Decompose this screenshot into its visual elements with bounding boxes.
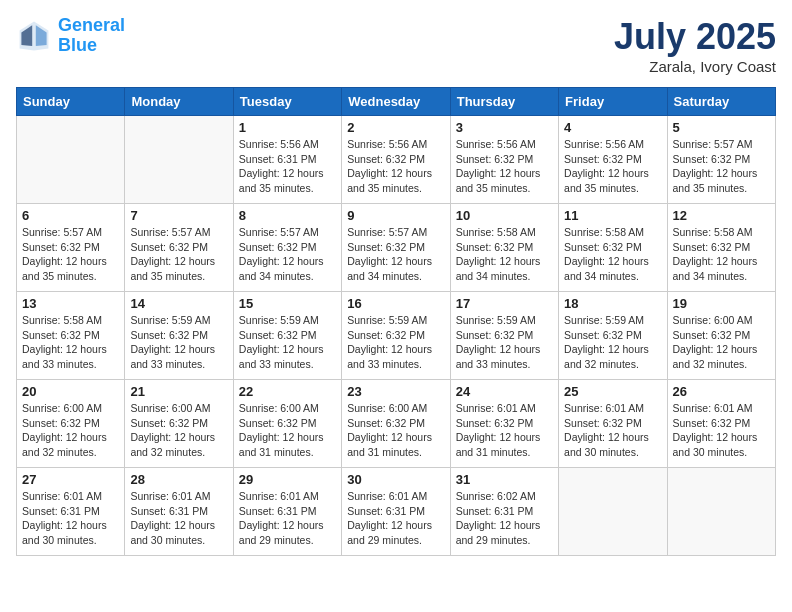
day-number: 15	[239, 296, 336, 311]
day-number: 1	[239, 120, 336, 135]
day-number: 31	[456, 472, 553, 487]
calendar-cell: 17Sunrise: 5:59 AM Sunset: 6:32 PM Dayli…	[450, 292, 558, 380]
day-info: Sunrise: 6:00 AM Sunset: 6:32 PM Dayligh…	[22, 401, 119, 460]
calendar-cell: 16Sunrise: 5:59 AM Sunset: 6:32 PM Dayli…	[342, 292, 450, 380]
day-info: Sunrise: 5:58 AM Sunset: 6:32 PM Dayligh…	[564, 225, 661, 284]
calendar-cell: 7Sunrise: 5:57 AM Sunset: 6:32 PM Daylig…	[125, 204, 233, 292]
day-info: Sunrise: 6:00 AM Sunset: 6:32 PM Dayligh…	[239, 401, 336, 460]
day-info: Sunrise: 6:01 AM Sunset: 6:32 PM Dayligh…	[673, 401, 770, 460]
day-number: 28	[130, 472, 227, 487]
day-info: Sunrise: 6:01 AM Sunset: 6:32 PM Dayligh…	[564, 401, 661, 460]
logo-icon	[16, 18, 52, 54]
calendar-cell: 12Sunrise: 5:58 AM Sunset: 6:32 PM Dayli…	[667, 204, 775, 292]
day-number: 5	[673, 120, 770, 135]
day-info: Sunrise: 5:59 AM Sunset: 6:32 PM Dayligh…	[239, 313, 336, 372]
day-info: Sunrise: 6:00 AM Sunset: 6:32 PM Dayligh…	[130, 401, 227, 460]
calendar-cell: 6Sunrise: 5:57 AM Sunset: 6:32 PM Daylig…	[17, 204, 125, 292]
day-number: 4	[564, 120, 661, 135]
day-info: Sunrise: 6:01 AM Sunset: 6:32 PM Dayligh…	[456, 401, 553, 460]
day-info: Sunrise: 5:56 AM Sunset: 6:32 PM Dayligh…	[347, 137, 444, 196]
page-header: General Blue July 2025 Zarala, Ivory Coa…	[16, 16, 776, 75]
day-info: Sunrise: 5:57 AM Sunset: 6:32 PM Dayligh…	[22, 225, 119, 284]
day-number: 14	[130, 296, 227, 311]
week-row-4: 20Sunrise: 6:00 AM Sunset: 6:32 PM Dayli…	[17, 380, 776, 468]
calendar-cell: 20Sunrise: 6:00 AM Sunset: 6:32 PM Dayli…	[17, 380, 125, 468]
day-number: 10	[456, 208, 553, 223]
month-title: July 2025	[614, 16, 776, 58]
weekday-header-monday: Monday	[125, 88, 233, 116]
calendar-cell: 26Sunrise: 6:01 AM Sunset: 6:32 PM Dayli…	[667, 380, 775, 468]
day-info: Sunrise: 6:01 AM Sunset: 6:31 PM Dayligh…	[239, 489, 336, 548]
day-number: 3	[456, 120, 553, 135]
logo-line1: General	[58, 15, 125, 35]
weekday-header-tuesday: Tuesday	[233, 88, 341, 116]
calendar-cell: 10Sunrise: 5:58 AM Sunset: 6:32 PM Dayli…	[450, 204, 558, 292]
calendar-table: SundayMondayTuesdayWednesdayThursdayFrid…	[16, 87, 776, 556]
calendar-cell: 31Sunrise: 6:02 AM Sunset: 6:31 PM Dayli…	[450, 468, 558, 556]
day-info: Sunrise: 6:00 AM Sunset: 6:32 PM Dayligh…	[347, 401, 444, 460]
calendar-cell: 19Sunrise: 6:00 AM Sunset: 6:32 PM Dayli…	[667, 292, 775, 380]
day-number: 13	[22, 296, 119, 311]
calendar-cell	[125, 116, 233, 204]
day-number: 26	[673, 384, 770, 399]
calendar-cell: 11Sunrise: 5:58 AM Sunset: 6:32 PM Dayli…	[559, 204, 667, 292]
day-info: Sunrise: 5:57 AM Sunset: 6:32 PM Dayligh…	[130, 225, 227, 284]
day-number: 30	[347, 472, 444, 487]
logo-text: General Blue	[58, 16, 125, 56]
calendar-cell	[559, 468, 667, 556]
day-info: Sunrise: 5:57 AM Sunset: 6:32 PM Dayligh…	[673, 137, 770, 196]
calendar-cell: 21Sunrise: 6:00 AM Sunset: 6:32 PM Dayli…	[125, 380, 233, 468]
calendar-cell: 5Sunrise: 5:57 AM Sunset: 6:32 PM Daylig…	[667, 116, 775, 204]
weekday-header-wednesday: Wednesday	[342, 88, 450, 116]
calendar-header-row: SundayMondayTuesdayWednesdayThursdayFrid…	[17, 88, 776, 116]
day-info: Sunrise: 5:59 AM Sunset: 6:32 PM Dayligh…	[130, 313, 227, 372]
calendar-cell: 1Sunrise: 5:56 AM Sunset: 6:31 PM Daylig…	[233, 116, 341, 204]
week-row-3: 13Sunrise: 5:58 AM Sunset: 6:32 PM Dayli…	[17, 292, 776, 380]
day-number: 29	[239, 472, 336, 487]
day-number: 27	[22, 472, 119, 487]
weekday-header-thursday: Thursday	[450, 88, 558, 116]
day-info: Sunrise: 5:56 AM Sunset: 6:32 PM Dayligh…	[564, 137, 661, 196]
calendar-cell: 30Sunrise: 6:01 AM Sunset: 6:31 PM Dayli…	[342, 468, 450, 556]
day-info: Sunrise: 5:59 AM Sunset: 6:32 PM Dayligh…	[456, 313, 553, 372]
day-number: 11	[564, 208, 661, 223]
day-info: Sunrise: 5:59 AM Sunset: 6:32 PM Dayligh…	[564, 313, 661, 372]
day-number: 18	[564, 296, 661, 311]
day-info: Sunrise: 5:57 AM Sunset: 6:32 PM Dayligh…	[347, 225, 444, 284]
day-info: Sunrise: 6:00 AM Sunset: 6:32 PM Dayligh…	[673, 313, 770, 372]
calendar-cell: 4Sunrise: 5:56 AM Sunset: 6:32 PM Daylig…	[559, 116, 667, 204]
calendar-cell: 28Sunrise: 6:01 AM Sunset: 6:31 PM Dayli…	[125, 468, 233, 556]
day-number: 8	[239, 208, 336, 223]
day-number: 16	[347, 296, 444, 311]
calendar-cell	[667, 468, 775, 556]
day-number: 17	[456, 296, 553, 311]
day-info: Sunrise: 5:58 AM Sunset: 6:32 PM Dayligh…	[22, 313, 119, 372]
day-number: 19	[673, 296, 770, 311]
logo-line2: Blue	[58, 35, 97, 55]
day-info: Sunrise: 6:01 AM Sunset: 6:31 PM Dayligh…	[347, 489, 444, 548]
calendar-cell: 13Sunrise: 5:58 AM Sunset: 6:32 PM Dayli…	[17, 292, 125, 380]
day-info: Sunrise: 6:01 AM Sunset: 6:31 PM Dayligh…	[130, 489, 227, 548]
week-row-1: 1Sunrise: 5:56 AM Sunset: 6:31 PM Daylig…	[17, 116, 776, 204]
calendar-cell: 29Sunrise: 6:01 AM Sunset: 6:31 PM Dayli…	[233, 468, 341, 556]
day-number: 12	[673, 208, 770, 223]
calendar-cell: 24Sunrise: 6:01 AM Sunset: 6:32 PM Dayli…	[450, 380, 558, 468]
title-block: July 2025 Zarala, Ivory Coast	[614, 16, 776, 75]
day-info: Sunrise: 5:56 AM Sunset: 6:32 PM Dayligh…	[456, 137, 553, 196]
calendar-cell: 15Sunrise: 5:59 AM Sunset: 6:32 PM Dayli…	[233, 292, 341, 380]
day-info: Sunrise: 6:02 AM Sunset: 6:31 PM Dayligh…	[456, 489, 553, 548]
day-info: Sunrise: 5:56 AM Sunset: 6:31 PM Dayligh…	[239, 137, 336, 196]
calendar-cell	[17, 116, 125, 204]
day-info: Sunrise: 6:01 AM Sunset: 6:31 PM Dayligh…	[22, 489, 119, 548]
weekday-header-sunday: Sunday	[17, 88, 125, 116]
day-number: 23	[347, 384, 444, 399]
day-number: 7	[130, 208, 227, 223]
weekday-header-friday: Friday	[559, 88, 667, 116]
location-subtitle: Zarala, Ivory Coast	[614, 58, 776, 75]
day-number: 20	[22, 384, 119, 399]
day-info: Sunrise: 5:59 AM Sunset: 6:32 PM Dayligh…	[347, 313, 444, 372]
day-info: Sunrise: 5:58 AM Sunset: 6:32 PM Dayligh…	[673, 225, 770, 284]
week-row-2: 6Sunrise: 5:57 AM Sunset: 6:32 PM Daylig…	[17, 204, 776, 292]
day-info: Sunrise: 5:58 AM Sunset: 6:32 PM Dayligh…	[456, 225, 553, 284]
week-row-5: 27Sunrise: 6:01 AM Sunset: 6:31 PM Dayli…	[17, 468, 776, 556]
